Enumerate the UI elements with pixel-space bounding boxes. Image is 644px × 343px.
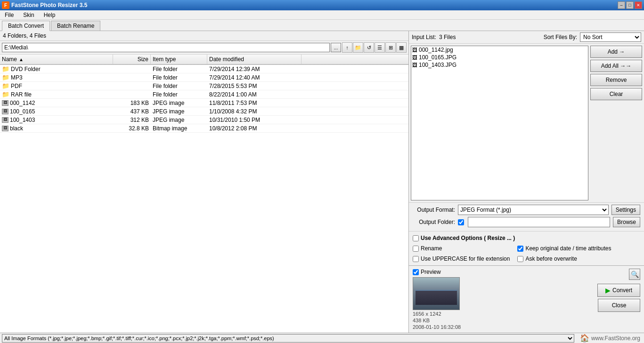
table-row[interactable]: 🖼 black 32.8 KB Bitmap image 10/8/2012 2…: [0, 124, 408, 133]
rename-label[interactable]: Rename: [421, 245, 442, 252]
title-bar: F FastStone Photo Resizer 3.5 – □ ✕: [0, 0, 644, 10]
menu-help[interactable]: Help: [41, 11, 58, 19]
preview-filesize: 438 KB: [413, 318, 430, 323]
tab-batch-rename[interactable]: Batch Rename: [51, 21, 100, 31]
image-icon: 🖼: [2, 109, 8, 114]
refresh-icon[interactable]: ↺: [364, 42, 374, 53]
table-row[interactable]: 🖼 100_1403 312 KB JPEG image 10/31/2010 …: [0, 116, 408, 124]
list-item[interactable]: 🖼 100_1403.JPG: [411, 61, 588, 69]
col-header-date[interactable]: Date modified: [207, 55, 302, 64]
menu-skin[interactable]: Skin: [20, 11, 37, 19]
file-size-cell: 437 KB: [113, 108, 151, 115]
table-row[interactable]: 🖼 000_1142 183 KB JPEG image 11/8/2011 7…: [0, 99, 408, 107]
path-input[interactable]: [2, 43, 330, 52]
file-date-cell: 10/8/2012 2:08 PM: [207, 125, 302, 132]
filter-select[interactable]: All Image Formats (*.jpg;*.jpe;*.jpeg;*.…: [2, 334, 574, 343]
window-title: FastStone Photo Resizer 3.5: [11, 2, 87, 8]
format-select[interactable]: JPEG Format (*.jpg) PNG Format (*.png) B…: [458, 205, 609, 215]
file-date-cell: 11/8/2011 7:53 PM: [207, 99, 302, 107]
preview-dimensions: 1656 x 1242: [413, 311, 441, 317]
file-type-cell: File folder: [151, 91, 207, 98]
tab-batch-convert[interactable]: Batch Convert: [2, 21, 50, 31]
zoom-button[interactable]: 🔍: [629, 269, 640, 280]
file-size-cell: 312 KB: [113, 116, 151, 124]
list-item[interactable]: 🖼 000_1142.jpg: [411, 46, 588, 54]
bottom-section: Preview 1656 x 1242 438 KB 2008-01-10 16…: [409, 265, 644, 333]
close-window-button[interactable]: ✕: [635, 1, 642, 9]
go-up-icon[interactable]: ↑: [342, 42, 352, 53]
file-date-cell: 1/10/2008 4:32 PM: [207, 108, 302, 115]
file-size-cell: [113, 86, 151, 87]
keep-date-label[interactable]: Keep original date / time attributes: [525, 245, 611, 252]
table-row[interactable]: 🖼 100_0165 437 KB JPEG image 1/10/2008 4…: [0, 107, 408, 116]
file-type-cell: JPEG image: [151, 108, 207, 115]
preview-checkbox[interactable]: [413, 269, 419, 275]
table-row[interactable]: 📁 MP3 File folder 7/29/2014 12:40 AM: [0, 73, 408, 82]
file-size-cell: [113, 94, 151, 95]
convert-button[interactable]: ▶ Convert: [597, 284, 640, 297]
input-file-list: 🖼 000_1142.jpg 🖼 100_0165.JPG 🖼 100_1403…: [411, 46, 588, 200]
file-date-cell: 10/31/2010 1:50 PM: [207, 116, 302, 124]
close-button[interactable]: Close: [598, 299, 640, 312]
menu-file[interactable]: File: [2, 11, 16, 19]
uppercase-label[interactable]: Use UPPERCASE for file extension: [421, 255, 510, 262]
folder-icon: 📁: [2, 65, 9, 72]
folder-checkbox[interactable]: [458, 219, 464, 225]
sort-label: Sort Files By:: [544, 34, 577, 40]
file-type-cell: File folder: [151, 82, 207, 90]
view-detail-icon[interactable]: ▦: [396, 42, 407, 53]
list-item[interactable]: 🖼 100_0165.JPG: [411, 54, 588, 61]
file-size-cell: [113, 69, 151, 70]
file-browser-panel: 4 Folders, 4 Files ... ↑ 📁 ↺ ☰ ⊞ ▦: [0, 31, 409, 333]
remove-button[interactable]: Remove: [590, 74, 642, 86]
ask-overwrite-checkbox[interactable]: [517, 256, 523, 262]
sort-select[interactable]: No Sort Name Ascending Name Descending D…: [580, 32, 641, 42]
file-name-cell: 📁 MP3: [0, 73, 113, 81]
ask-overwrite-label[interactable]: Ask before overwrite: [525, 255, 577, 262]
table-row[interactable]: 📁 PDF File folder 7/28/2015 5:53 PM: [0, 82, 408, 90]
preview-label[interactable]: Preview: [421, 269, 441, 275]
col-header-name[interactable]: Name ▲: [0, 55, 113, 64]
clear-button[interactable]: Clear: [590, 88, 642, 100]
add-all-button[interactable]: Add All →→: [590, 60, 642, 72]
preview-image: [413, 277, 460, 310]
status-bar: All Image Formats (*.jpg;*.jpe;*.jpeg;*.…: [0, 333, 644, 343]
folder-input[interactable]: [468, 217, 610, 227]
file-size-cell: 183 KB: [113, 99, 151, 107]
col-header-size[interactable]: Size: [113, 55, 151, 64]
file-count-bar: 4 Folders, 4 Files: [0, 31, 408, 41]
action-buttons: Add → Add All →→ Remove Clear: [588, 44, 644, 202]
maximize-button[interactable]: □: [626, 1, 634, 9]
advanced-checkbox[interactable]: [413, 235, 419, 241]
file-list-body: 📁 DVD Folder File folder 7/29/2014 12:39…: [0, 65, 408, 333]
menu-bar: File Skin Help: [0, 10, 644, 20]
advanced-label[interactable]: Use Advanced Options ( Resize ... ): [421, 235, 515, 241]
file-type-cell: JPEG image: [151, 116, 207, 124]
browse-folder-button[interactable]: Browse: [613, 217, 640, 227]
view-grid-icon[interactable]: ⊞: [385, 42, 396, 53]
settings-button[interactable]: Settings: [611, 205, 640, 215]
bottom-buttons: 🔍 ▶ Convert Close: [597, 269, 640, 312]
uppercase-checkbox[interactable]: [413, 256, 419, 262]
col-header-type[interactable]: Item type: [151, 55, 207, 64]
folder-icon: 📁: [2, 74, 9, 81]
minimize-button[interactable]: –: [618, 1, 625, 9]
file-date-cell: 7/29/2014 12:39 AM: [207, 65, 302, 73]
table-row[interactable]: 📁 RAR file File folder 8/22/2014 1:00 AM: [0, 90, 408, 99]
image-icon: 🖼: [2, 100, 8, 106]
keep-date-checkbox[interactable]: [517, 246, 523, 252]
file-name-cell: 🖼 100_1403: [0, 116, 113, 124]
rename-checkbox[interactable]: [413, 246, 419, 252]
file-name-cell: 📁 PDF: [0, 82, 113, 90]
input-list-header: Input List: 3 Files Sort Files By: No So…: [409, 31, 644, 44]
new-folder-icon[interactable]: 📁: [353, 42, 363, 53]
preview-section: Preview 1656 x 1242 438 KB 2008-01-10 16…: [413, 269, 461, 330]
file-date-cell: 7/28/2015 5:53 PM: [207, 82, 302, 90]
table-row[interactable]: 📁 DVD Folder File folder 7/29/2014 12:39…: [0, 65, 408, 73]
add-button[interactable]: Add →: [590, 46, 642, 58]
file-name-cell: 📁 RAR file: [0, 90, 113, 98]
browse-path-button[interactable]: ...: [331, 43, 341, 52]
input-list-label: Input List:: [412, 34, 436, 40]
view-list-icon[interactable]: ☰: [375, 42, 385, 53]
image-icon: 🖼: [2, 117, 8, 123]
